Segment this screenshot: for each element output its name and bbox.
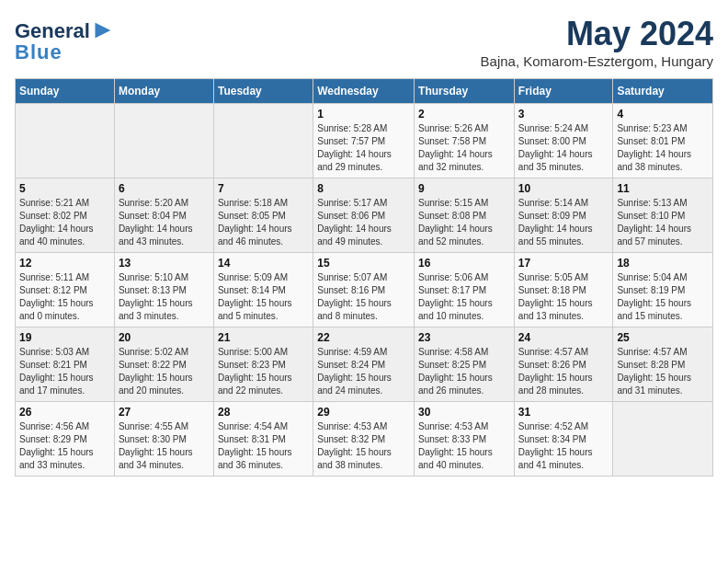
day-info: Sunrise: 5:04 AM Sunset: 8:19 PM Dayligh… [617,271,709,323]
calendar-table: SundayMondayTuesdayWednesdayThursdayFrid… [15,78,713,477]
day-header-sunday: Sunday [16,79,115,104]
calendar-cell: 27Sunrise: 4:55 AM Sunset: 8:30 PM Dayli… [114,402,213,477]
day-number: 9 [418,182,510,195]
day-info: Sunrise: 5:23 AM Sunset: 8:01 PM Dayligh… [617,122,709,174]
calendar-cell [613,402,713,477]
day-info: Sunrise: 4:56 AM Sunset: 8:29 PM Dayligh… [19,420,110,472]
calendar-cell: 7Sunrise: 5:18 AM Sunset: 8:05 PM Daylig… [213,178,313,253]
calendar-cell: 31Sunrise: 4:52 AM Sunset: 8:34 PM Dayli… [514,402,613,477]
page-header: General► Blue May 2024 Bajna, Komarom-Es… [15,15,713,69]
day-header-saturday: Saturday [613,79,713,104]
day-info: Sunrise: 5:06 AM Sunset: 8:17 PM Dayligh… [418,271,510,323]
calendar-cell: 11Sunrise: 5:13 AM Sunset: 8:10 PM Dayli… [613,178,713,253]
calendar-cell: 14Sunrise: 5:09 AM Sunset: 8:14 PM Dayli… [213,253,313,327]
day-number: 23 [418,331,510,344]
calendar-cell: 10Sunrise: 5:14 AM Sunset: 8:09 PM Dayli… [514,178,613,253]
title-block: May 2024 Bajna, Komarom-Esztergom, Hunga… [481,15,713,69]
day-number: 16 [418,257,510,270]
day-info: Sunrise: 5:21 AM Sunset: 8:02 PM Dayligh… [19,197,110,248]
day-number: 15 [317,257,410,270]
day-header-wednesday: Wednesday [313,79,415,104]
day-info: Sunrise: 4:57 AM Sunset: 8:26 PM Dayligh… [518,346,609,397]
calendar-cell: 18Sunrise: 5:04 AM Sunset: 8:19 PM Dayli… [613,253,713,327]
calendar-cell: 28Sunrise: 4:54 AM Sunset: 8:31 PM Dayli… [213,402,313,477]
day-info: Sunrise: 5:28 AM Sunset: 7:57 PM Dayligh… [317,122,410,174]
day-info: Sunrise: 4:59 AM Sunset: 8:24 PM Dayligh… [317,346,410,397]
day-info: Sunrise: 5:02 AM Sunset: 8:22 PM Dayligh… [119,346,210,397]
calendar-cell: 13Sunrise: 5:10 AM Sunset: 8:13 PM Dayli… [114,253,213,327]
calendar-cell: 9Sunrise: 5:15 AM Sunset: 8:08 PM Daylig… [415,178,515,253]
day-number: 19 [19,331,110,344]
calendar-cell: 29Sunrise: 4:53 AM Sunset: 8:32 PM Dayli… [313,402,415,477]
day-info: Sunrise: 4:54 AM Sunset: 8:31 PM Dayligh… [218,420,309,472]
day-number: 1 [317,108,410,121]
day-header-monday: Monday [114,79,213,104]
day-number: 7 [218,182,309,195]
day-number: 28 [218,406,309,419]
day-number: 27 [119,406,210,419]
calendar-cell: 5Sunrise: 5:21 AM Sunset: 8:02 PM Daylig… [16,178,115,253]
calendar-cell: 22Sunrise: 4:59 AM Sunset: 8:24 PM Dayli… [313,327,415,402]
day-number: 11 [617,182,709,195]
day-number: 18 [617,257,709,270]
day-info: Sunrise: 5:09 AM Sunset: 8:14 PM Dayligh… [218,271,309,323]
day-number: 22 [317,331,410,344]
calendar-cell: 24Sunrise: 4:57 AM Sunset: 8:26 PM Dayli… [514,327,613,402]
day-header-friday: Friday [514,79,613,104]
day-number: 10 [518,182,609,195]
day-number: 21 [218,331,309,344]
subtitle: Bajna, Komarom-Esztergom, Hungary [481,53,713,69]
day-info: Sunrise: 5:14 AM Sunset: 8:09 PM Dayligh… [518,197,609,248]
day-info: Sunrise: 5:17 AM Sunset: 8:06 PM Dayligh… [317,197,410,248]
day-number: 31 [518,406,609,419]
day-info: Sunrise: 5:15 AM Sunset: 8:08 PM Dayligh… [418,197,510,248]
day-number: 30 [418,406,510,419]
day-number: 20 [119,331,210,344]
main-title: May 2024 [481,15,713,53]
calendar-cell: 17Sunrise: 5:05 AM Sunset: 8:18 PM Dayli… [514,253,613,327]
calendar-cell: 12Sunrise: 5:11 AM Sunset: 8:12 PM Dayli… [16,253,115,327]
day-info: Sunrise: 5:10 AM Sunset: 8:13 PM Dayligh… [119,271,210,323]
calendar-cell: 8Sunrise: 5:17 AM Sunset: 8:06 PM Daylig… [313,178,415,253]
calendar-cell [213,104,313,178]
logo: General► Blue [15,15,116,64]
calendar-cell: 15Sunrise: 5:07 AM Sunset: 8:16 PM Dayli… [313,253,415,327]
day-info: Sunrise: 4:57 AM Sunset: 8:28 PM Dayligh… [617,346,709,397]
calendar-cell: 6Sunrise: 5:20 AM Sunset: 8:04 PM Daylig… [114,178,213,253]
day-info: Sunrise: 4:55 AM Sunset: 8:30 PM Dayligh… [119,420,210,472]
calendar-cell: 23Sunrise: 4:58 AM Sunset: 8:25 PM Dayli… [415,327,515,402]
day-info: Sunrise: 5:11 AM Sunset: 8:12 PM Dayligh… [19,271,110,323]
day-number: 14 [218,257,309,270]
day-number: 3 [518,108,609,121]
day-header-tuesday: Tuesday [213,79,313,104]
day-info: Sunrise: 5:18 AM Sunset: 8:05 PM Dayligh… [218,197,309,248]
day-number: 4 [617,108,709,121]
calendar-cell: 3Sunrise: 5:24 AM Sunset: 8:00 PM Daylig… [514,104,613,178]
day-number: 2 [418,108,510,121]
calendar-cell [16,104,115,178]
calendar-cell [114,104,213,178]
day-info: Sunrise: 4:53 AM Sunset: 8:32 PM Dayligh… [317,420,410,472]
calendar-cell: 30Sunrise: 4:53 AM Sunset: 8:33 PM Dayli… [415,402,515,477]
calendar-cell: 2Sunrise: 5:26 AM Sunset: 7:58 PM Daylig… [415,104,515,178]
calendar-cell: 20Sunrise: 5:02 AM Sunset: 8:22 PM Dayli… [114,327,213,402]
day-info: Sunrise: 4:52 AM Sunset: 8:34 PM Dayligh… [518,420,609,472]
calendar-cell: 4Sunrise: 5:23 AM Sunset: 8:01 PM Daylig… [613,104,713,178]
calendar-cell: 21Sunrise: 5:00 AM Sunset: 8:23 PM Dayli… [213,327,313,402]
day-info: Sunrise: 5:05 AM Sunset: 8:18 PM Dayligh… [518,271,609,323]
calendar-cell: 19Sunrise: 5:03 AM Sunset: 8:21 PM Dayli… [16,327,115,402]
day-info: Sunrise: 5:03 AM Sunset: 8:21 PM Dayligh… [19,346,110,397]
day-number: 29 [317,406,410,419]
day-info: Sunrise: 5:13 AM Sunset: 8:10 PM Dayligh… [617,197,709,248]
day-info: Sunrise: 4:53 AM Sunset: 8:33 PM Dayligh… [418,420,510,472]
day-number: 12 [19,257,110,270]
day-info: Sunrise: 5:24 AM Sunset: 8:00 PM Dayligh… [518,122,609,174]
calendar-cell: 26Sunrise: 4:56 AM Sunset: 8:29 PM Dayli… [16,402,115,477]
day-number: 25 [617,331,709,344]
day-number: 8 [317,182,410,195]
day-number: 6 [119,182,210,195]
day-number: 17 [518,257,609,270]
day-number: 5 [19,182,110,195]
calendar-cell: 1Sunrise: 5:28 AM Sunset: 7:57 PM Daylig… [313,104,415,178]
day-info: Sunrise: 4:58 AM Sunset: 8:25 PM Dayligh… [418,346,510,397]
